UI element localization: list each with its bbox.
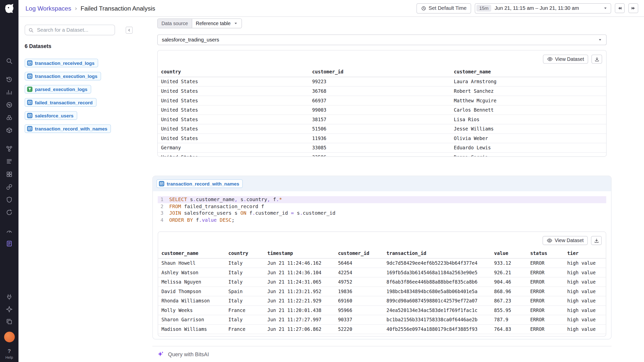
code-token: ON bbox=[240, 210, 247, 216]
card-toolbar: View Dataset bbox=[158, 51, 606, 67]
table-icon bbox=[28, 61, 32, 65]
table-cell: 764.83 bbox=[491, 325, 527, 334]
notebook-content: Data source Reference table salesforce_t… bbox=[157, 18, 607, 339]
view-dataset-button[interactable]: View Dataset bbox=[543, 55, 588, 64]
table-cell: 787.9 bbox=[491, 315, 527, 325]
table-cell: 169fb5da3b6145468a1184a2563e90e5 bbox=[383, 268, 491, 277]
dataset-chip[interactable]: transaction_record_with_names bbox=[25, 124, 111, 133]
data-source-label[interactable]: Data source bbox=[158, 19, 192, 28]
code-token: ; bbox=[231, 216, 234, 223]
skip-back-button[interactable] bbox=[615, 3, 625, 13]
plug-nav-item[interactable] bbox=[5, 292, 14, 301]
table-row[interactable]: Madison WilliamsFranceJun 21 11:27:06.86… bbox=[158, 325, 606, 334]
set-default-time-button[interactable]: Set Default Time bbox=[416, 3, 471, 13]
table-row[interactable]: Shaun HowellItalyJun 21 11:24:46.1625646… bbox=[158, 258, 606, 268]
apm-nav-item[interactable] bbox=[5, 169, 14, 178]
dataset-chip-label: transaction_record_with_names bbox=[167, 181, 239, 186]
table-cell: 66937 bbox=[309, 96, 451, 105]
table-row[interactable]: Sharon GarrisonItalyJun 21 11:27:27.9979… bbox=[158, 315, 606, 325]
table-cell: Jun 21 11:20:01.438 bbox=[264, 306, 335, 315]
dataset-chip[interactable]: transaction_record_with_names bbox=[156, 179, 243, 188]
security-nav-item[interactable] bbox=[5, 195, 14, 204]
download-button[interactable] bbox=[591, 55, 602, 64]
skip-back-icon bbox=[617, 6, 622, 11]
table-row[interactable]: United States66937Matthew Mcguire bbox=[158, 96, 607, 105]
table-cell: 90337 bbox=[335, 315, 383, 325]
table-row[interactable]: United States33586Donna Garcia bbox=[158, 153, 607, 157]
history-nav-item[interactable] bbox=[5, 75, 14, 84]
table-row[interactable]: Misty LoweSpainJun 21 11:19:38.915433655… bbox=[158, 334, 606, 337]
breadcrumb-log-workspaces[interactable]: Log Workspaces bbox=[25, 5, 71, 12]
datadog-logo[interactable] bbox=[0, 0, 18, 17]
search-input[interactable] bbox=[36, 27, 111, 33]
table-row[interactable]: United States99003Carlos Bennett bbox=[158, 105, 607, 115]
synthetics-nav-item[interactable] bbox=[5, 208, 14, 217]
dataset-chip[interactable]: parsed_execution_logs bbox=[25, 85, 91, 94]
table-cell: Lisa Rios bbox=[451, 115, 607, 124]
copies-nav-item[interactable] bbox=[5, 317, 14, 326]
table-cell: ERROR bbox=[527, 306, 564, 315]
table-cell: David Thompson bbox=[158, 287, 225, 296]
user-avatar[interactable] bbox=[4, 332, 15, 342]
dashboards-nav-item[interactable] bbox=[5, 226, 14, 235]
app-window: ? Help Log Workspaces › Failed Transacti… bbox=[0, 0, 644, 362]
integrations-nav-item[interactable] bbox=[5, 182, 14, 191]
time-range-selector[interactable]: 15m Jun 21, 11:15 am – Jun 21, 11:30 am bbox=[475, 3, 611, 13]
workspaces-icon bbox=[6, 240, 13, 247]
table-row[interactable]: United States11936Olivia Weber bbox=[158, 133, 607, 143]
table-row[interactable]: Melissa NguyenItalyJun 21 11:24:31.06549… bbox=[158, 277, 606, 287]
line-number: 4 bbox=[158, 216, 164, 223]
table-cell: 868.96 bbox=[491, 287, 527, 296]
download-button[interactable] bbox=[591, 236, 601, 245]
livetail-nav-item[interactable] bbox=[5, 113, 14, 122]
table-row[interactable]: David ThompsonSpainJun 21 11:23:21.95219… bbox=[158, 287, 606, 296]
watchdog-nav-item[interactable] bbox=[5, 100, 14, 109]
skip-forward-button[interactable] bbox=[628, 3, 638, 13]
data-source-type-dropdown[interactable]: Reference table bbox=[192, 19, 242, 28]
table-cell: 52220 bbox=[335, 325, 383, 334]
table-cell: 198bcb4834894bc680e5a8b06b401e5a bbox=[383, 287, 491, 296]
funnel-icon bbox=[27, 86, 32, 92]
table-cell: United States bbox=[158, 105, 309, 115]
dataset-chip[interactable]: transaction_execution_logs bbox=[25, 72, 101, 80]
dataset-chip[interactable]: transaction_received_logs bbox=[25, 59, 98, 67]
logs-nav-item[interactable] bbox=[5, 157, 14, 166]
collapse-sidebar-button[interactable] bbox=[126, 27, 133, 34]
table-row[interactable]: United States36768Robert Sanchez bbox=[158, 86, 607, 96]
search-nav-item[interactable] bbox=[5, 56, 14, 65]
metrics-nav-item[interactable] bbox=[5, 87, 14, 97]
table-cell: high value bbox=[564, 315, 606, 325]
sql-editor[interactable]: 1SELECT s.customer_name, s.country, f.*2… bbox=[158, 196, 606, 223]
table-row[interactable]: United States51506Jesse Williams bbox=[158, 124, 607, 134]
table-row[interactable]: Germany33085Eduardo Lewis bbox=[158, 143, 607, 153]
table-cell: 69160 bbox=[335, 296, 383, 306]
sparkle-nav-item[interactable] bbox=[5, 304, 14, 313]
top-bar: Log Workspaces › Failed Transaction Anal… bbox=[18, 0, 644, 17]
table-row[interactable]: United States99223Laura Armstrong bbox=[158, 77, 607, 86]
table-row[interactable]: United States38157Lisa Rios bbox=[158, 115, 607, 124]
table-cell: Shaun Howell bbox=[158, 258, 225, 268]
code-token: customer_name bbox=[196, 196, 234, 203]
dataset-chip[interactable]: failed_transaction_record bbox=[25, 98, 96, 107]
table-row[interactable]: Rhonda WilliamsonItalyJun 21 11:22:21.92… bbox=[158, 296, 606, 306]
time-range-badge: 15m bbox=[476, 5, 491, 12]
column-header: customer_name bbox=[451, 67, 607, 77]
workspaces-nav-item[interactable] bbox=[5, 239, 14, 248]
table-row[interactable]: Molly WeeksFranceJun 21 11:20:01.4389596… bbox=[158, 306, 606, 315]
infrastructure-nav-item[interactable] bbox=[5, 126, 14, 135]
reference-table: countrycustomer_idcustomer_nameUnited St… bbox=[158, 67, 606, 157]
left-nav-rail: ? Help bbox=[0, 0, 18, 362]
view-dataset-button[interactable]: View Dataset bbox=[542, 236, 588, 245]
query-with-bitsai-button[interactable]: Query with BitsAI bbox=[152, 346, 612, 362]
reference-table-select[interactable]: salesforce_trading_users bbox=[157, 34, 607, 45]
dataset-chip[interactable]: salesforce_users bbox=[25, 111, 77, 120]
code-token: salesforce_users s bbox=[181, 210, 240, 216]
column-header: value bbox=[491, 248, 527, 258]
page-title: Failed Transaction Analysis bbox=[80, 5, 155, 12]
table-cell: Eduardo Lewis bbox=[451, 143, 607, 153]
help-button[interactable]: ? Help bbox=[6, 348, 13, 359]
service-map-nav-item[interactable] bbox=[5, 144, 14, 153]
code-token: = bbox=[291, 210, 294, 216]
table-cell: ERROR bbox=[527, 277, 564, 287]
table-row[interactable]: Ashley WatsonItalyJun 21 11:24:36.104422… bbox=[158, 268, 606, 277]
